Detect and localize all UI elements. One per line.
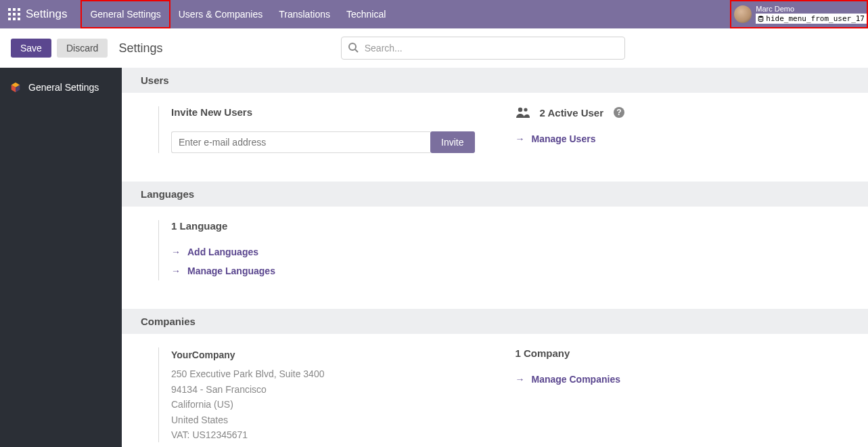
- add-languages-link[interactable]: → Add Languages: [171, 242, 475, 261]
- company-addr3: California (US): [171, 397, 475, 412]
- module-icon: [9, 81, 22, 93]
- company-count: 1 Company: [516, 347, 832, 359]
- arrow-icon: →: [516, 133, 525, 144]
- manage-languages-link[interactable]: → Manage Languages: [171, 261, 475, 280]
- svg-point-11: [349, 43, 356, 50]
- section-header-users: Users: [122, 68, 868, 93]
- database-icon: [758, 16, 764, 22]
- body: General Settings Users Invite New Users …: [0, 68, 868, 447]
- section-header-languages: Languages: [122, 182, 868, 207]
- sidebar-item-general-settings[interactable]: General Settings: [0, 76, 122, 99]
- company-addr1: 250 Executive Park Blvd, Suite 3400: [171, 366, 475, 381]
- help-icon[interactable]: ?: [613, 106, 625, 119]
- control-panel: Save Discard Settings: [0, 28, 868, 68]
- arrow-icon: →: [516, 374, 525, 385]
- active-users: 2 Active User: [540, 107, 604, 119]
- manage-companies-link[interactable]: → Manage Companies: [516, 370, 832, 389]
- navbar: Settings General Settings Users & Compan…: [0, 0, 868, 28]
- svg-point-10: [758, 16, 763, 18]
- company-vat: VAT: US12345671: [171, 427, 475, 442]
- company-addr4: United States: [171, 412, 475, 427]
- sidebar: General Settings: [0, 68, 122, 447]
- svg-point-16: [518, 108, 522, 112]
- manage-users-link[interactable]: → Manage Users: [516, 129, 832, 148]
- arrow-icon: →: [171, 265, 181, 276]
- invite-title: Invite New Users: [171, 106, 475, 118]
- svg-text:?: ?: [616, 108, 621, 117]
- debug-icon[interactable]: [0, 8, 718, 19]
- company-addr2: 94134 - San Francisco: [171, 382, 475, 397]
- section-header-companies: Companies: [122, 309, 868, 334]
- svg-point-17: [524, 108, 527, 111]
- arrow-icon: →: [171, 247, 181, 257]
- sidebar-item-label: General Settings: [28, 82, 99, 93]
- discard-button[interactable]: Discard: [57, 39, 108, 58]
- save-button[interactable]: Save: [11, 39, 51, 58]
- invite-button[interactable]: Invite: [430, 131, 474, 153]
- svg-line-12: [355, 49, 358, 52]
- db-tag: hide_menu_from_user_17: [756, 14, 867, 24]
- user-menu[interactable]: Marc Demo hide_menu_from_user_17: [730, 0, 868, 28]
- language-count: 1 Language: [171, 220, 475, 232]
- breadcrumb: Settings: [118, 41, 162, 56]
- search-input[interactable]: [341, 37, 625, 60]
- company-name: YourCompany: [171, 347, 475, 362]
- search-icon: [348, 42, 359, 53]
- invite-email-input[interactable]: [171, 131, 430, 153]
- avatar: [734, 5, 752, 23]
- user-name: Marc Demo: [756, 5, 867, 14]
- users-icon: [516, 106, 530, 119]
- content: Users Invite New Users Invite 2 Active U…: [122, 68, 868, 447]
